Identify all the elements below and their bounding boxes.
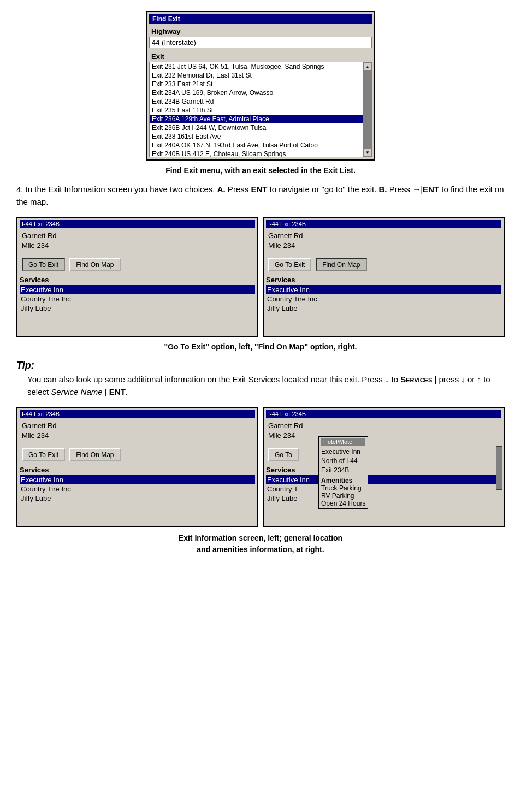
tip-section: Tip: You can also look up some additiona… xyxy=(16,360,505,398)
exit-list-item[interactable]: Exit 234A US 169, Broken Arrow, Owasso xyxy=(150,88,363,97)
scroll-up-arrow[interactable]: ▲ xyxy=(363,62,372,71)
exit-list-item[interactable]: Exit 234B Garnett Rd xyxy=(150,97,363,106)
left-line1: Garnett Rd xyxy=(22,231,253,241)
amenity-item: RV Parking xyxy=(321,492,365,500)
amenity-item: Open 24 Hours xyxy=(321,500,365,507)
service-name-italic: Service Name xyxy=(51,387,102,396)
exit-list-item[interactable]: Exit 240A OK 167 N, 193rd East Ave, Tuls… xyxy=(150,141,363,150)
service-item[interactable]: Country Tire Inc. xyxy=(20,484,255,494)
bottom-left-services-list: Executive InnCountry Tire Inc.Jiffy Lube xyxy=(20,475,255,503)
tooltip-line2: North of I-44 xyxy=(321,457,365,466)
exit-label: Exit xyxy=(149,51,372,62)
amenity-item: Truck Parking xyxy=(321,484,365,492)
bottom-right-title: I-44 Exit 234B xyxy=(266,410,501,418)
find-on-map-button-right[interactable]: Find On Map xyxy=(316,258,366,271)
service-item[interactable]: Jiffy Lube xyxy=(266,494,501,503)
right-panel-buttons: Go To Exit Find On Map xyxy=(268,258,499,271)
amenities-label: Amenities xyxy=(321,477,365,484)
bottom-caption: Exit Information screen, left; general l… xyxy=(16,532,505,555)
left-line2: Mile 234 xyxy=(22,241,253,251)
right-panel-scrollbar[interactable] xyxy=(496,446,502,490)
service-item[interactable]: Jiffy Lube xyxy=(20,304,255,313)
bottom-goto-button-right[interactable]: Go To xyxy=(268,448,299,461)
service-item[interactable]: Country T xyxy=(266,484,501,494)
exit-list-item[interactable]: Exit 235 East 11th St xyxy=(150,106,363,115)
service-item[interactable]: Country Tire Inc. xyxy=(20,294,255,304)
caption2: "Go To Exit" option, left, "Find On Map"… xyxy=(16,342,505,351)
exit-list-item[interactable]: Exit 236A 129th Ave East, Admiral Place xyxy=(150,115,363,123)
left-panel-content: Garnett Rd Mile 234 xyxy=(20,230,255,252)
bottom-left-line2: Mile 234 xyxy=(22,431,253,441)
right-panel-title: I-44 Exit 234B xyxy=(266,220,501,228)
service-item[interactable]: Jiffy Lube xyxy=(266,304,501,313)
right-line1: Garnett Rd xyxy=(268,231,499,241)
scroll-down-arrow[interactable]: ▼ xyxy=(363,148,372,157)
tip-title: Tip: xyxy=(16,360,505,371)
scroll-track xyxy=(363,71,371,148)
bottom-right-buttons: Go To xyxy=(268,448,499,461)
bottom-right-line1: Garnett Rd xyxy=(268,421,499,431)
hotel-motel-tooltip: Hotel/Motel Executive Inn North of I-44 … xyxy=(318,436,368,509)
service-item[interactable]: Executive Inn xyxy=(20,475,255,484)
right-services-label: Services xyxy=(266,276,501,284)
service-item[interactable]: Executive Inn xyxy=(266,475,501,484)
exit-list-item[interactable]: Exit 233 East 21st St xyxy=(150,80,363,88)
find-exit-titlebar: Find Exit xyxy=(149,14,372,24)
bottom-right-line2: Mile 234 xyxy=(268,431,499,441)
bottom-right-services-list: Executive InnCountry TJiffy Lube xyxy=(266,475,501,503)
exit-list-item[interactable]: Exit 236B Jct I-244 W, Downtown Tulsa xyxy=(150,123,363,132)
exit-panels-row1: I-44 Exit 234B Garnett Rd Mile 234 Go To… xyxy=(16,217,505,337)
services-keyword: Services xyxy=(400,375,432,384)
bottom-findonmap-button-left[interactable]: Find On Map xyxy=(69,448,120,461)
exit-list-item[interactable]: Exit 240B US 412 E, Choteau, Siloam Spri… xyxy=(150,150,363,157)
find-exit-dialog: Find Exit Highway 44 (Interstate) Exit E… xyxy=(146,11,375,161)
bottom-right-content: Garnett Rd Mile 234 xyxy=(266,420,501,442)
bottom-left-title: I-44 Exit 234B xyxy=(20,410,255,418)
left-panel-buttons: Go To Exit Find On Map xyxy=(22,258,253,271)
highway-input[interactable]: 44 (Interstate) xyxy=(149,37,372,48)
bottom-left-buttons: Go To Exit Find On Map xyxy=(22,448,253,461)
tip-text: You can also look up some additional inf… xyxy=(27,374,505,398)
right-services-list: Executive InnCountry Tire Inc.Jiffy Lube xyxy=(266,285,501,313)
tooltip-content: Executive Inn North of I-44 Exit 234B xyxy=(321,447,365,475)
tooltip-line1: Executive Inn xyxy=(321,447,365,457)
exit-list-item[interactable]: Exit 232 Memorial Dr, East 31st St xyxy=(150,71,363,80)
tooltip-titlebar: Hotel/Motel xyxy=(321,438,365,446)
service-item[interactable]: Country Tire Inc. xyxy=(266,294,501,304)
service-item[interactable]: Executive Inn xyxy=(20,285,255,294)
bottom-right-services-label: Services xyxy=(266,466,501,474)
left-services-label: Services xyxy=(20,276,255,284)
right-panel-findonmap: I-44 Exit 234B Garnett Rd Mile 234 Go To… xyxy=(263,217,505,337)
bottom-left-services-label: Services xyxy=(20,466,255,474)
bottom-goto-button-left[interactable]: Go To Exit xyxy=(22,448,65,461)
right-line2: Mile 234 xyxy=(268,241,499,251)
goto-exit-button-right[interactable]: Go To Exit xyxy=(268,258,311,271)
exit-panels-row2: I-44 Exit 234B Garnett Rd Mile 234 Go To… xyxy=(16,407,505,527)
body-paragraph-1: 4. In the Exit Information screen you ha… xyxy=(16,183,505,208)
caption1: Find Exit menu, with an exit selected in… xyxy=(16,166,505,175)
left-panel-goto: I-44 Exit 234B Garnett Rd Mile 234 Go To… xyxy=(16,217,258,337)
service-item[interactable]: Executive Inn xyxy=(266,285,501,294)
tooltip-line3: Exit 234B xyxy=(321,466,365,475)
left-services-list: Executive InnCountry Tire Inc.Jiffy Lube xyxy=(20,285,255,313)
bottom-left-panel: I-44 Exit 234B Garnett Rd Mile 234 Go To… xyxy=(16,407,258,527)
goto-exit-button-left[interactable]: Go To Exit xyxy=(22,258,65,271)
bottom-left-content: Garnett Rd Mile 234 xyxy=(20,420,255,442)
exit-list-item[interactable]: Exit 238 161st East Ave xyxy=(150,132,363,141)
bottom-left-line1: Garnett Rd xyxy=(22,421,253,431)
bottom-right-panel: I-44 Exit 234B Garnett Rd Mile 234 Go To… xyxy=(263,407,505,527)
amenities-list: Truck ParkingRV ParkingOpen 24 Hours xyxy=(321,484,365,507)
highway-label: Highway xyxy=(149,26,372,37)
left-panel-title: I-44 Exit 234B xyxy=(20,220,255,228)
amenities-section: Amenities Truck ParkingRV ParkingOpen 24… xyxy=(321,477,365,507)
exit-list-scrollbar[interactable]: ▲ ▼ xyxy=(363,62,371,157)
exit-list-item[interactable]: Exit 231 Jct US 64, OK 51, Tulsa, Muskog… xyxy=(150,62,363,71)
right-panel-content: Garnett Rd Mile 234 xyxy=(266,230,501,252)
service-item[interactable]: Jiffy Lube xyxy=(20,494,255,503)
find-on-map-button-left[interactable]: Find On Map xyxy=(69,258,120,271)
exit-list[interactable]: Exit 231 Jct US 64, OK 51, Tulsa, Muskog… xyxy=(149,62,372,157)
